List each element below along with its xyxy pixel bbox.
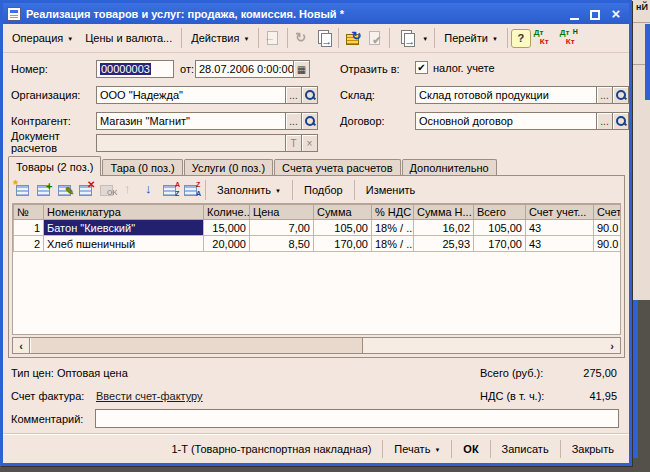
col-vat-sum: Сумма Н... bbox=[414, 205, 474, 220]
clear-icon: × bbox=[307, 138, 313, 149]
mark-document-icon[interactable]: ✔ bbox=[364, 28, 386, 49]
separator bbox=[382, 440, 383, 458]
background-desktop-strip bbox=[0, 465, 650, 472]
ok-button[interactable]: ОК bbox=[454, 439, 487, 459]
end-edit-icon[interactable]: OK bbox=[97, 180, 118, 200]
contract-lookup-button[interactable] bbox=[613, 112, 629, 130]
tab-containers[interactable]: Тара (0 поз.) bbox=[102, 159, 182, 176]
ttn-button[interactable]: 1-Т (Товарно-транспортная накладная) bbox=[162, 439, 380, 459]
print-menu-button[interactable]: Печать ▼ bbox=[385, 439, 449, 459]
organization-select-button[interactable]: ... bbox=[286, 86, 302, 104]
warehouse-value: Склад готовой продукции bbox=[415, 86, 597, 104]
tab-goods[interactable]: Товары (2 поз.) bbox=[8, 156, 101, 176]
counterparty-value: Магазин "Магнит" bbox=[96, 112, 286, 130]
prices-currency-button[interactable]: Цены и валюта... bbox=[79, 29, 178, 47]
fill-menu-button[interactable]: Заполнить ▼ bbox=[209, 181, 289, 199]
scroll-left-button[interactable]: ‹ bbox=[13, 338, 29, 353]
selected-cell[interactable]: Батон "Киевский" bbox=[44, 220, 204, 236]
post-document-icon[interactable]: ↻ bbox=[342, 28, 364, 49]
close-button[interactable]: × bbox=[609, 7, 623, 20]
actions-menu-button[interactable]: Действия ▼ bbox=[185, 29, 255, 47]
number-field[interactable]: 00000003 bbox=[96, 60, 174, 78]
tab-additional[interactable]: Дополнительно bbox=[402, 159, 497, 176]
close-form-button[interactable]: Закрыть bbox=[563, 439, 623, 459]
previous-document-icon[interactable]: ← bbox=[262, 28, 284, 49]
maximize-icon bbox=[590, 10, 600, 20]
edit-row-icon[interactable]: ✎ bbox=[55, 180, 76, 200]
save-button[interactable]: Записать bbox=[493, 439, 558, 459]
sort-ascending-icon[interactable]: A Z bbox=[160, 180, 181, 200]
calendar-button[interactable]: ▦ bbox=[294, 60, 310, 78]
table-row[interactable]: 1 Батон "Киевский" 15,000 7,00 105,00 18… bbox=[14, 220, 622, 236]
tab-settlement-accounts[interactable]: Счета учета расчетов bbox=[274, 159, 400, 176]
col-quantity: Количе... bbox=[204, 205, 250, 220]
magnifier-icon bbox=[615, 89, 627, 101]
col-number: № bbox=[14, 205, 44, 220]
contract-select-button[interactable]: ... bbox=[597, 112, 613, 130]
separator bbox=[451, 440, 452, 458]
main-toolbar: Операция ▼ Цены и валюта... Действия ▼ ←… bbox=[3, 24, 629, 53]
minimize-button[interactable] bbox=[567, 7, 581, 20]
contract-field[interactable]: Основной договор ... bbox=[415, 112, 629, 130]
toolbar-separator bbox=[507, 28, 508, 48]
warehouse-field[interactable]: Склад готовой продукции ... bbox=[415, 86, 629, 104]
change-button[interactable]: Изменить bbox=[358, 181, 424, 199]
enter-invoice-link[interactable]: Ввести счет-фактуру bbox=[96, 390, 203, 402]
background-text-fragment: нЙ bbox=[636, 2, 648, 12]
settlement-doc-text-button[interactable]: T bbox=[286, 134, 302, 152]
counterparty-select-button[interactable]: ... bbox=[286, 112, 302, 130]
toolbar-separator bbox=[287, 28, 288, 48]
organization-field[interactable]: ООО "Надежда" ... bbox=[96, 86, 318, 104]
warehouse-select-button[interactable]: ... bbox=[597, 86, 613, 104]
total-value: 275,00 bbox=[547, 367, 617, 379]
checkbox-checked-icon: ✔ bbox=[415, 61, 428, 74]
scrollbar-thumb[interactable] bbox=[29, 338, 363, 353]
dt-kt-n-button[interactable]: Дт Н Кт bbox=[557, 28, 583, 48]
counterparty-lookup-button[interactable] bbox=[302, 112, 318, 130]
go-to-menu-button[interactable]: Перейти ▼ bbox=[438, 29, 504, 47]
table-header-row: № Номенклатура Количе... Цена Сумма % НД… bbox=[14, 205, 622, 220]
settlement-doc-clear-button[interactable]: × bbox=[302, 134, 318, 152]
chevron-down-icon: ▼ bbox=[422, 36, 428, 42]
move-down-icon[interactable]: ↓ bbox=[139, 180, 160, 200]
close-icon: × bbox=[612, 7, 621, 20]
col-vat-percent: % НДС bbox=[372, 205, 414, 220]
comment-field[interactable] bbox=[95, 409, 619, 428]
date-field[interactable]: 28.07.2006 0:00:00 ▦ bbox=[195, 60, 310, 78]
scroll-right-button[interactable]: › bbox=[604, 338, 620, 353]
reread-icon[interactable]: ↻ bbox=[291, 28, 313, 49]
items-table: № Номенклатура Количе... Цена Сумма % НД… bbox=[13, 204, 621, 252]
copy-row-icon[interactable]: + bbox=[34, 180, 55, 200]
table-row[interactable]: 2 Хлеб пшеничный 20,000 8,50 170,00 18% … bbox=[14, 236, 622, 252]
price-type-value: Оптовая цена bbox=[57, 367, 128, 379]
horizontal-scrollbar[interactable]: ‹ › bbox=[12, 337, 621, 354]
settlement-doc-field[interactable]: T × bbox=[96, 134, 318, 152]
tab-services[interactable]: Услуги (0 поз.) bbox=[184, 159, 273, 176]
create-based-on-button[interactable]: → ▼ bbox=[393, 26, 431, 51]
selection-button[interactable]: Подбор bbox=[296, 181, 351, 199]
copy-document-icon[interactable]: → bbox=[313, 28, 335, 49]
dt-kt-button[interactable]: Дт Кт bbox=[531, 28, 557, 48]
organization-lookup-button[interactable] bbox=[302, 86, 318, 104]
title-bar[interactable]: Реализация товаров и услуг: продажа, ком… bbox=[3, 3, 629, 24]
chevron-down-icon: ▼ bbox=[243, 36, 249, 42]
number-label: Номер: bbox=[11, 63, 48, 75]
counterparty-field[interactable]: Магазин "Магнит" ... bbox=[96, 112, 318, 130]
warehouse-lookup-button[interactable] bbox=[613, 86, 629, 104]
operation-menu-button[interactable]: Операция ▼ bbox=[6, 29, 79, 47]
maximize-button[interactable] bbox=[588, 7, 602, 20]
help-button[interactable]: ? bbox=[511, 29, 531, 48]
delete-row-icon[interactable]: ✕ bbox=[76, 180, 97, 200]
reflect-in-label: Отразить в: bbox=[340, 63, 400, 75]
items-table-container[interactable]: № Номенклатура Количе... Цена Сумма % НД… bbox=[12, 203, 621, 335]
col-nomenclature: Номенклатура bbox=[44, 205, 204, 220]
col-account: Счет учет... bbox=[526, 205, 594, 220]
create-based-on-icon: → bbox=[396, 28, 418, 49]
goods-tab-panel: * + ✎ ✕ OK ↑ bbox=[8, 175, 625, 358]
add-row-icon[interactable]: * bbox=[13, 180, 34, 200]
vat-value: 41,95 bbox=[547, 390, 617, 402]
move-up-icon[interactable]: ↑ bbox=[118, 180, 139, 200]
sort-descending-icon[interactable]: Z A bbox=[181, 180, 202, 200]
tax-accounting-checkbox[interactable]: ✔ налог. учете bbox=[415, 61, 495, 74]
chevron-down-icon: ▼ bbox=[434, 447, 440, 453]
